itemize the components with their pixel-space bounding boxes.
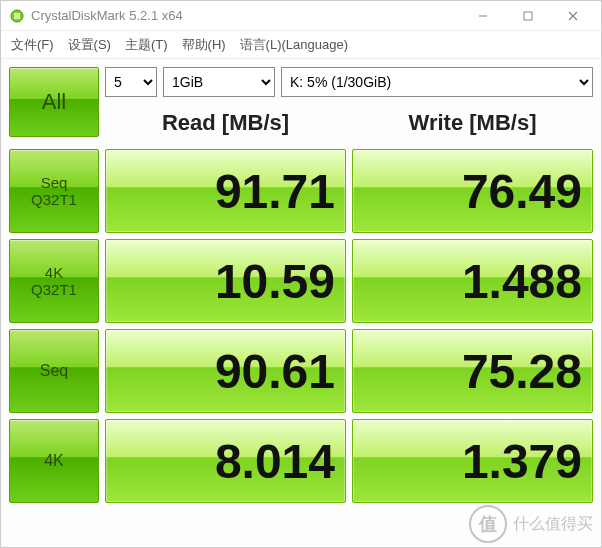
maximize-button[interactable] xyxy=(505,1,550,30)
svg-rect-3 xyxy=(524,12,532,20)
button-label: Q32T1 xyxy=(31,191,77,208)
row-4k-q32t1: 4K Q32T1 10.59 1.488 xyxy=(9,239,593,323)
seq-read-value: 90.61 xyxy=(105,329,346,413)
header-row: All Read [MB/s] Write [MB/s] xyxy=(9,103,593,143)
app-window: CrystalDiskMark 5.2.1 x64 文件(F) 设置(S) 主题… xyxy=(0,0,602,548)
button-label: Q32T1 xyxy=(31,281,77,298)
button-label: 4K xyxy=(45,264,63,281)
seq-button[interactable]: Seq xyxy=(9,329,99,413)
4k-q32t1-read-value: 10.59 xyxy=(105,239,346,323)
watermark-text: 什么值得买 xyxy=(513,514,593,535)
menu-language[interactable]: 语言(L)(Language) xyxy=(240,36,348,54)
4k-write-value: 1.379 xyxy=(352,419,593,503)
menu-help[interactable]: 帮助(H) xyxy=(182,36,226,54)
close-button[interactable] xyxy=(550,1,595,30)
titlebar: CrystalDiskMark 5.2.1 x64 xyxy=(1,1,601,31)
4k-read-value: 8.014 xyxy=(105,419,346,503)
menu-file[interactable]: 文件(F) xyxy=(11,36,54,54)
button-label: Seq xyxy=(41,174,68,191)
test-count-select[interactable]: 5 xyxy=(105,67,157,97)
menu-theme[interactable]: 主题(T) xyxy=(125,36,168,54)
write-header: Write [MB/s] xyxy=(352,103,593,143)
row-4k: 4K 8.014 1.379 xyxy=(9,419,593,503)
window-title: CrystalDiskMark 5.2.1 x64 xyxy=(31,8,460,23)
content-area: 5 1GiB K: 5% (1/30GiB) All Read [MB/s] W… xyxy=(1,59,601,547)
watermark: 值 什么值得买 xyxy=(469,505,593,543)
menubar: 文件(F) 设置(S) 主题(T) 帮助(H) 语言(L)(Language) xyxy=(1,31,601,59)
4k-q32t1-write-value: 1.488 xyxy=(352,239,593,323)
all-button[interactable]: All xyxy=(9,67,99,137)
read-header: Read [MB/s] xyxy=(105,103,346,143)
app-icon xyxy=(9,8,25,24)
test-size-select[interactable]: 1GiB xyxy=(163,67,275,97)
4k-button[interactable]: 4K xyxy=(9,419,99,503)
4k-q32t1-button[interactable]: 4K Q32T1 xyxy=(9,239,99,323)
menu-settings[interactable]: 设置(S) xyxy=(68,36,111,54)
svg-rect-1 xyxy=(14,13,20,19)
drive-select[interactable]: K: 5% (1/30GiB) xyxy=(281,67,593,97)
row-seq: Seq 90.61 75.28 xyxy=(9,329,593,413)
seq-q32t1-write-value: 76.49 xyxy=(352,149,593,233)
watermark-badge-icon: 值 xyxy=(469,505,507,543)
seq-q32t1-read-value: 91.71 xyxy=(105,149,346,233)
minimize-button[interactable] xyxy=(460,1,505,30)
window-controls xyxy=(460,1,595,30)
row-seq-q32t1: Seq Q32T1 91.71 76.49 xyxy=(9,149,593,233)
seq-write-value: 75.28 xyxy=(352,329,593,413)
seq-q32t1-button[interactable]: Seq Q32T1 xyxy=(9,149,99,233)
